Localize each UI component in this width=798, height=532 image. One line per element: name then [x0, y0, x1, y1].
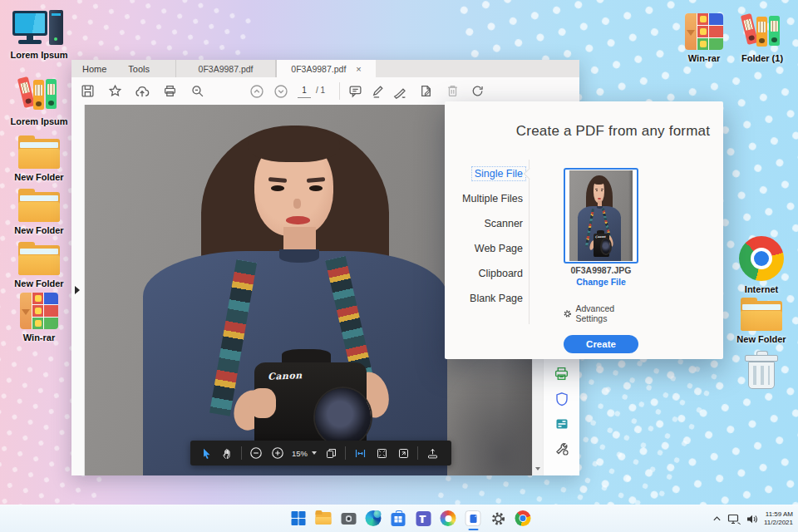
protect-shield-icon[interactable]: [553, 390, 571, 408]
select-cursor-icon[interactable]: [198, 446, 213, 461]
page-number-input[interactable]: 1: [298, 84, 311, 98]
settings-gear-icon[interactable]: [490, 510, 507, 527]
close-icon[interactable]: ×: [356, 64, 361, 74]
toolbar-divider: [339, 82, 340, 100]
camera-brand-text: Canon: [595, 235, 606, 239]
fit-width-icon[interactable]: [352, 446, 367, 461]
toolbar-divider: [241, 446, 242, 460]
menu-item-scanner[interactable]: Scanner: [445, 213, 525, 234]
start-icon[interactable]: [290, 510, 308, 527]
chrome-taskbar-icon[interactable]: [515, 510, 532, 527]
menu-item-blank-page[interactable]: Blank Page: [445, 288, 525, 309]
desktop-icon-winrar-top[interactable]: Win-rar: [672, 13, 736, 63]
camera-app-icon[interactable]: [340, 510, 357, 527]
paint-icon[interactable]: [440, 510, 457, 527]
desktop-icon-winrar[interactable]: Win-rar: [7, 293, 71, 342]
chevron-down-icon: [312, 451, 317, 455]
desktop-icon-binders[interactable]: Lorem Ipsum: [7, 75, 71, 126]
menu-item-multiple-files[interactable]: Multiple Files: [445, 188, 525, 209]
file-explorer-icon[interactable]: [315, 510, 332, 527]
desktop-icon-folder-3[interactable]: New Folder: [7, 242, 71, 288]
winrar-icon: [20, 293, 58, 329]
tab-tools[interactable]: Tools: [117, 60, 160, 77]
create-pdf-dialog: Create a PDF from any format Single File…: [445, 101, 723, 359]
rotate-refresh-icon[interactable]: [469, 83, 485, 100]
desktop-icon-recycle-bin[interactable]: [729, 351, 794, 389]
left-panel-collapsed[interactable]: [71, 105, 85, 475]
change-file-link[interactable]: Change File: [564, 277, 638, 287]
computer-icon: [12, 10, 66, 47]
store-icon[interactable]: [390, 510, 407, 527]
comment-icon[interactable]: [347, 83, 363, 100]
menu-selection-notch: [524, 168, 535, 180]
desktop-icon-folder-1-binders[interactable]: Folder (1): [730, 12, 795, 63]
desktop-icon-label: New Folder: [736, 334, 786, 344]
file-preview-thumbnail[interactable]: Canon: [564, 168, 638, 264]
search-icon[interactable]: [189, 83, 205, 100]
zoom-out-icon[interactable]: [249, 446, 264, 461]
menu-divider: [529, 160, 530, 324]
folder-icon: [18, 189, 60, 222]
menu-item-web-page[interactable]: Web Page: [445, 238, 525, 259]
favorite-star-icon[interactable]: [106, 83, 123, 100]
tab-home[interactable]: Home: [71, 60, 117, 77]
expand-panel-arrow-icon[interactable]: [75, 286, 80, 294]
document-tab-label: 0F3A9987.pdf: [291, 64, 346, 74]
desktop-icon-folder-1[interactable]: New Folder: [7, 135, 71, 182]
zoom-level-value: 15%: [292, 449, 308, 458]
teams-icon[interactable]: [415, 510, 432, 527]
upload-share-icon[interactable]: [425, 446, 440, 461]
save-icon[interactable]: [79, 83, 96, 100]
viewer-toolbar: 15%: [190, 441, 451, 466]
media-icon[interactable]: [553, 415, 571, 433]
document-tab-active[interactable]: 0F3A9987.pdf ×: [276, 60, 376, 77]
taskbar-clock[interactable]: 11:59 AM 11/2/2021: [764, 510, 793, 528]
advanced-settings-label: Advanced Settings: [575, 303, 638, 323]
highlight-pencil-icon[interactable]: [369, 83, 386, 100]
menu-item-single-file[interactable]: Single File: [445, 163, 525, 185]
desktop-icon-folder-2[interactable]: New Folder: [7, 189, 71, 235]
menu-item-clipboard[interactable]: Clipboard: [445, 263, 525, 284]
sign-pen-icon[interactable]: [392, 83, 408, 100]
network-display-icon[interactable]: [727, 514, 741, 525]
dialog-title: Create a PDF from any format: [445, 123, 723, 140]
app-tab-bar: Home Tools 0F3A9987.pdf 0F3A9987.pdf ×: [71, 60, 579, 78]
desktop-icon-label: New Folder: [14, 172, 63, 182]
toolbar-divider: [345, 446, 346, 460]
delete-trash-icon[interactable]: [444, 83, 461, 100]
folder-icon: [741, 298, 782, 331]
hand-pan-icon[interactable]: [219, 446, 234, 461]
advanced-settings[interactable]: Advanced Settings: [564, 303, 638, 323]
cloud-upload-icon[interactable]: [134, 83, 150, 100]
fit-page-icon[interactable]: [374, 446, 389, 461]
desktop-icon-computer[interactable]: Lorem Ipsum: [7, 10, 71, 60]
gear-icon: [564, 309, 571, 318]
zoom-level-dropdown[interactable]: 15%: [292, 449, 317, 458]
speaker-icon[interactable]: [746, 514, 758, 525]
system-tray: 11:59 AM 11/2/2021: [712, 505, 793, 532]
pdf-app-icon[interactable]: [465, 510, 482, 527]
print-scan-icon[interactable]: [553, 364, 571, 382]
scroll-down-icon[interactable]: [533, 464, 543, 474]
folder-icon: [18, 242, 60, 275]
tools-wrench-icon[interactable]: [553, 440, 571, 458]
camera-brand-text: Canon: [267, 370, 302, 382]
edit-document-icon[interactable]: [417, 83, 434, 100]
edge-icon[interactable]: [365, 510, 382, 527]
page-total: / 1: [316, 84, 325, 97]
clock-date: 11/2/2021: [764, 519, 793, 527]
page-up-icon[interactable]: [249, 83, 265, 100]
desktop-icon-new-folder-right[interactable]: New Folder: [729, 298, 794, 344]
binders-icon: [17, 75, 61, 113]
create-button[interactable]: Create: [564, 335, 638, 353]
tray-chevron-up-icon[interactable]: [712, 515, 722, 522]
pages-icon[interactable]: [323, 446, 338, 461]
taskbar-center: [290, 510, 532, 527]
print-icon[interactable]: [161, 83, 178, 100]
fullscreen-icon[interactable]: [396, 446, 411, 461]
desktop-icon-internet[interactable]: Internet: [729, 236, 794, 294]
desktop-icon-label: New Folder: [14, 225, 63, 235]
zoom-in-icon[interactable]: [270, 446, 285, 461]
page-down-icon[interactable]: [273, 83, 289, 100]
document-tab-inactive[interactable]: 0F3A9987.pdf: [175, 60, 276, 77]
